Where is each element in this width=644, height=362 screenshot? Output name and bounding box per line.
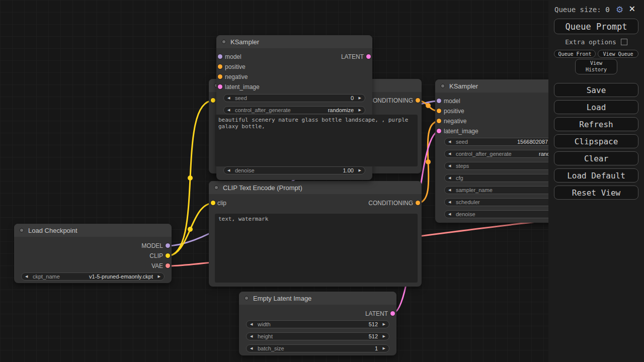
width-widget[interactable]: width 512: [246, 320, 389, 328]
output-label-latent: LATENT: [365, 310, 388, 317]
widget-label: control_after_generate: [235, 107, 291, 114]
extra-options-row: Extra options: [548, 38, 644, 46]
input-slot-latent-image[interactable]: [218, 84, 222, 89]
decrement-icon[interactable]: [227, 167, 230, 174]
height-widget[interactable]: height 512: [246, 332, 389, 340]
output-label-vae: VAE: [151, 262, 163, 269]
refresh-button[interactable]: Refresh: [554, 117, 638, 131]
widget-label: denoise: [456, 211, 475, 218]
node-title-bar[interactable]: CLIP Text Encode (Prompt): [209, 181, 422, 194]
prev-option-icon[interactable]: [25, 273, 28, 280]
increment-icon[interactable]: [383, 321, 385, 328]
extra-options-checkbox[interactable]: [621, 39, 627, 45]
input-label-clip: clip: [217, 200, 226, 207]
decrement-icon[interactable]: [227, 107, 230, 114]
positive-prompt-textarea[interactable]: beautiful scenery nature glass bottle la…: [215, 115, 418, 166]
widget-value: 512: [369, 333, 378, 340]
input-slot-model[interactable]: [437, 99, 441, 103]
denoise-widget[interactable]: denoise 1.00: [223, 166, 365, 174]
decrement-icon[interactable]: [250, 345, 253, 352]
input-slot-positive[interactable]: [218, 64, 222, 69]
decrement-icon[interactable]: [227, 95, 230, 102]
increment-icon[interactable]: [359, 107, 361, 114]
node-collapse-dot[interactable]: [214, 185, 219, 190]
queue-prompt-button[interactable]: Queue Prompt: [554, 19, 638, 34]
view-queue-button[interactable]: View Queue: [598, 50, 638, 58]
input-slot-negative[interactable]: [218, 74, 222, 79]
input-label-model: model: [225, 53, 242, 60]
node-collapse-dot[interactable]: [19, 228, 24, 233]
input-slot-latent-image[interactable]: [437, 129, 441, 133]
queue-front-button[interactable]: Queue Front: [554, 50, 596, 58]
reset-view-button[interactable]: Reset View: [554, 186, 638, 200]
load-button[interactable]: Load: [554, 100, 638, 114]
node-collapse-dot[interactable]: [244, 296, 249, 301]
decrement-icon[interactable]: [250, 321, 253, 328]
queue-size: Queue size: 0: [554, 6, 610, 14]
link-midpoint-dot: [188, 175, 193, 180]
input-label-latent-image: latent_image: [225, 83, 260, 90]
output-label-conditioning: CONDITIONING: [368, 97, 413, 104]
node-collapse-dot[interactable]: [440, 83, 445, 88]
decrement-icon[interactable]: [250, 333, 253, 340]
menu-panel: Queue size: 0 ⚙ × Queue Prompt Extra opt…: [548, 0, 644, 362]
settings-gear-icon[interactable]: ⚙: [616, 5, 623, 15]
output-slot-latent[interactable]: [390, 311, 395, 316]
close-icon[interactable]: ×: [629, 3, 635, 15]
output-slot-conditioning[interactable]: [416, 98, 420, 103]
node-title-bar[interactable]: Empty Latent Image: [239, 292, 396, 305]
decrement-icon[interactable]: [448, 211, 451, 218]
node-load-checkpoint[interactable]: Load Checkpoint MODEL CLIP VAE ckpt_name…: [14, 224, 172, 283]
clear-button[interactable]: Clear: [554, 151, 638, 165]
node-title-bar[interactable]: KSampler: [216, 35, 372, 48]
clipspace-button[interactable]: Clipspace: [554, 134, 638, 148]
node-collapse-dot[interactable]: [221, 39, 226, 44]
output-label-latent: LATENT: [341, 53, 364, 60]
input-slot-clip[interactable]: [211, 98, 215, 103]
decrement-icon[interactable]: [448, 162, 451, 169]
increment-icon[interactable]: [383, 333, 385, 340]
output-slot-conditioning[interactable]: [416, 201, 420, 205]
node-title: KSampler: [449, 82, 478, 90]
load-default-button[interactable]: Load Default: [554, 168, 638, 183]
output-slot-latent[interactable]: [366, 54, 371, 59]
link-midpoint-dot: [188, 227, 193, 232]
extra-options-label: Extra options: [565, 38, 616, 46]
output-label-conditioning: CONDITIONING: [368, 200, 413, 207]
increment-icon[interactable]: [359, 95, 361, 102]
output-slot-clip[interactable]: [166, 253, 170, 258]
save-button[interactable]: Save: [554, 83, 638, 97]
widget-label: steps: [456, 162, 469, 169]
output-slot-vae[interactable]: [166, 263, 170, 268]
node-empty-latent-image[interactable]: Empty Latent Image LATENT width 512 heig…: [239, 292, 396, 355]
negative-prompt-textarea[interactable]: text, watermark: [215, 214, 418, 283]
increment-icon[interactable]: [359, 167, 361, 174]
node-title: Empty Latent Image: [253, 295, 311, 302]
input-slot-model[interactable]: [218, 54, 222, 59]
increment-icon[interactable]: [383, 345, 385, 352]
input-label-positive: positive: [444, 108, 464, 115]
control-after-generate-widget[interactable]: control_after_generate randomize: [223, 106, 365, 114]
decrement-icon[interactable]: [448, 138, 451, 145]
batch-size-widget[interactable]: batch_size 1: [246, 344, 389, 352]
widget-value: 1566802087: [517, 138, 548, 145]
node-title: KSampler: [230, 38, 259, 46]
node-title-bar[interactable]: Load Checkpoint: [14, 224, 172, 237]
input-slot-negative[interactable]: [437, 119, 441, 123]
view-history-button[interactable]: View History: [575, 59, 617, 74]
input-slot-clip[interactable]: [211, 201, 215, 205]
decrement-icon[interactable]: [448, 150, 451, 157]
ckpt-name-widget[interactable]: ckpt_name v1-5-pruned-emaonly.ckpt: [21, 273, 165, 281]
seed-widget[interactable]: seed 0: [223, 94, 365, 102]
next-option-icon[interactable]: [158, 273, 160, 280]
input-label-positive: positive: [225, 63, 246, 70]
decrement-icon[interactable]: [448, 174, 451, 182]
output-slot-model[interactable]: [166, 243, 170, 248]
widget-value: randomize: [328, 107, 354, 114]
input-label-latent-image: latent_image: [444, 128, 478, 135]
input-slot-positive[interactable]: [437, 109, 441, 113]
comfyui-canvas: CLIP Text Encode (Prompt) clip CONDITION…: [0, 0, 644, 362]
prev-option-icon[interactable]: [448, 199, 451, 206]
queue-size-label: Queue size:: [554, 6, 601, 14]
prev-option-icon[interactable]: [448, 187, 451, 194]
